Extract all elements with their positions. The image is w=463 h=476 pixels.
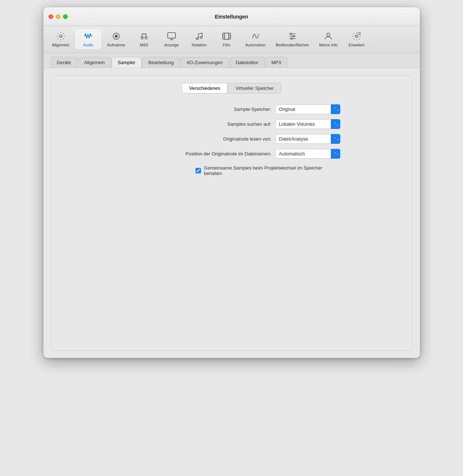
toolbar-label-meineinfo: Meine Info [319, 43, 337, 47]
toolbar-label-aufnahme: Aufnahme [107, 43, 125, 47]
checkbox-row-gemeinsame-samples: Gemeinsame Samples beim Projektwechsel i… [195, 165, 340, 176]
svg-rect-6 [168, 33, 176, 38]
svg-point-25 [293, 36, 294, 37]
checkbox-label-gemeinsame-samples: Gemeinsame Samples beim Projektwechsel i… [204, 165, 340, 176]
gear-icon [56, 31, 66, 41]
svg-point-2 [115, 35, 118, 38]
toolbar-label-notation: Notation [191, 43, 206, 47]
toolbar-item-film[interactable]: Film [214, 29, 240, 49]
toolbar-item-audio[interactable]: Audio [75, 29, 101, 49]
traffic-lights [49, 14, 68, 19]
toolbar-label-midi: MIDI [140, 43, 148, 47]
label-samples-suchen: Samples suchen auf: [123, 121, 272, 127]
svg-point-4 [145, 37, 147, 39]
subtabs-container: Verschiedenes Virtueller Speicher [58, 83, 405, 93]
tabbar: Geräte Allgemein Sampler Bearbeitung I/O… [43, 53, 420, 68]
notation-icon [194, 31, 204, 41]
midi-icon [139, 31, 149, 41]
label-sample-speicher: Sample-Speicher: [123, 107, 272, 112]
audio-wave-icon [83, 31, 93, 41]
form-section: Sample-Speicher: Original Kopie Alias [58, 104, 405, 176]
controller-icon [287, 31, 298, 41]
display-icon [167, 31, 177, 41]
minimize-button[interactable] [56, 14, 60, 19]
toolbar-label-automation: Automation [245, 43, 266, 47]
svg-line-13 [198, 33, 202, 34]
select-wrapper-sample-speicher: Original Kopie Alias [275, 104, 340, 114]
toolbar-label-bedienoberflaechen: Bedienoberflächen [276, 43, 309, 47]
settings-panel: Verschiedenes Virtueller Speicher Sample… [51, 75, 413, 351]
close-button[interactable] [49, 14, 53, 19]
toolbar-item-aufnahme[interactable]: Aufnahme [103, 29, 130, 49]
control-position-originalnote: Automatisch Anfang Ende [275, 149, 340, 159]
preferences-window: Einstellungen Allgemein Audio [43, 7, 420, 358]
person-icon [323, 31, 333, 41]
tab-geraete[interactable]: Geräte [51, 57, 77, 68]
toolbar-item-bedienoberflaechen[interactable]: Bedienoberflächen [272, 29, 313, 49]
svg-point-27 [327, 33, 330, 36]
toolbar-item-notation[interactable]: Notation [186, 29, 212, 49]
toolbar-item-anzeige[interactable]: Anzeige [159, 29, 185, 49]
checkbox-gemeinsame-samples[interactable] [195, 168, 201, 174]
svg-point-24 [290, 33, 291, 34]
control-samples-suchen: Lokalen Volumes Alle Volumes Projekt-Ord… [275, 119, 340, 129]
select-wrapper-samples-suchen: Lokalen Volumes Alle Volumes Projekt-Ord… [275, 119, 340, 129]
main-content: Verschiedenes Virtueller Speicher Sample… [43, 68, 420, 358]
control-originalnote-lesen: Datei/Analyse Datei Analyse Manuell [275, 134, 340, 144]
tab-allgemein[interactable]: Allgemein [78, 57, 111, 68]
gear-advanced-icon [352, 31, 362, 41]
toolbar-item-erweitert[interactable]: Erweitert [344, 29, 370, 49]
toolbar-label-anzeige: Anzeige [164, 43, 179, 47]
toolbar-item-allgemein[interactable]: Allgemein [48, 29, 74, 49]
toolbar-item-automation[interactable]: Automation [241, 29, 270, 49]
subtab-verschiedenes[interactable]: Verschiedenes [182, 83, 228, 93]
automation-icon [251, 31, 261, 41]
tab-io-zuweisungen[interactable]: I/O-Zuweisungen [181, 57, 229, 68]
toolbar-label-film: Film [223, 43, 231, 47]
form-row-checkbox: Gemeinsame Samples beim Projektwechsel i… [123, 164, 340, 176]
toolbar-item-meineinfo[interactable]: Meine Info [315, 29, 342, 49]
toolbar: Allgemein Audio Aufnahme [43, 26, 420, 53]
label-originalnote-lesen: Originalnote lesen von: [123, 136, 272, 142]
toolbar-item-midi[interactable]: MIDI [131, 29, 157, 49]
tab-bearbeitung[interactable]: Bearbeitung [142, 57, 180, 68]
toolbar-label-allgemein: Allgemein [52, 43, 70, 47]
label-position-originalnote: Position der Originalnote im Dateinamen: [123, 151, 272, 156]
subtab-virtueller-speicher[interactable]: Virtueller Speicher [228, 83, 281, 93]
titlebar: Einstellungen [43, 7, 420, 26]
toolbar-label-erweitert: Erweitert [349, 43, 364, 47]
film-icon [222, 31, 232, 41]
select-wrapper-originalnote-lesen: Datei/Analyse Datei Analyse Manuell [275, 134, 340, 144]
maximize-button[interactable] [63, 14, 68, 19]
select-originalnote-lesen[interactable]: Datei/Analyse Datei Analyse Manuell [275, 134, 340, 144]
svg-point-28 [355, 35, 358, 38]
select-position-originalnote[interactable]: Automatisch Anfang Ende [275, 149, 340, 159]
form-row-sample-speicher: Sample-Speicher: Original Kopie Alias [123, 104, 340, 114]
window-title: Einstellungen [215, 14, 248, 20]
record-icon [111, 31, 121, 41]
svg-point-9 [196, 38, 198, 39]
svg-point-26 [291, 38, 292, 39]
toolbar-label-audio: Audio [83, 43, 93, 47]
svg-point-3 [141, 37, 143, 39]
tab-dateieditor[interactable]: Dateieditor [230, 57, 265, 68]
select-samples-suchen[interactable]: Lokalen Volumes Alle Volumes Projekt-Ord… [275, 119, 340, 129]
svg-point-10 [200, 37, 202, 38]
svg-rect-14 [223, 33, 231, 39]
control-sample-speicher: Original Kopie Alias [275, 104, 340, 114]
tab-mp3[interactable]: MP3 [265, 57, 287, 68]
select-sample-speicher[interactable]: Original Kopie Alias [275, 104, 340, 114]
form-row-originalnote-lesen: Originalnote lesen von: Datei/Analyse Da… [123, 134, 340, 144]
tab-sampler[interactable]: Sampler [111, 57, 141, 68]
svg-point-0 [59, 35, 62, 38]
form-row-samples-suchen: Samples suchen auf: Lokalen Volumes Alle… [123, 119, 340, 129]
select-wrapper-position-originalnote: Automatisch Anfang Ende [275, 149, 340, 159]
form-row-position-originalnote: Position der Originalnote im Dateinamen:… [123, 149, 340, 159]
